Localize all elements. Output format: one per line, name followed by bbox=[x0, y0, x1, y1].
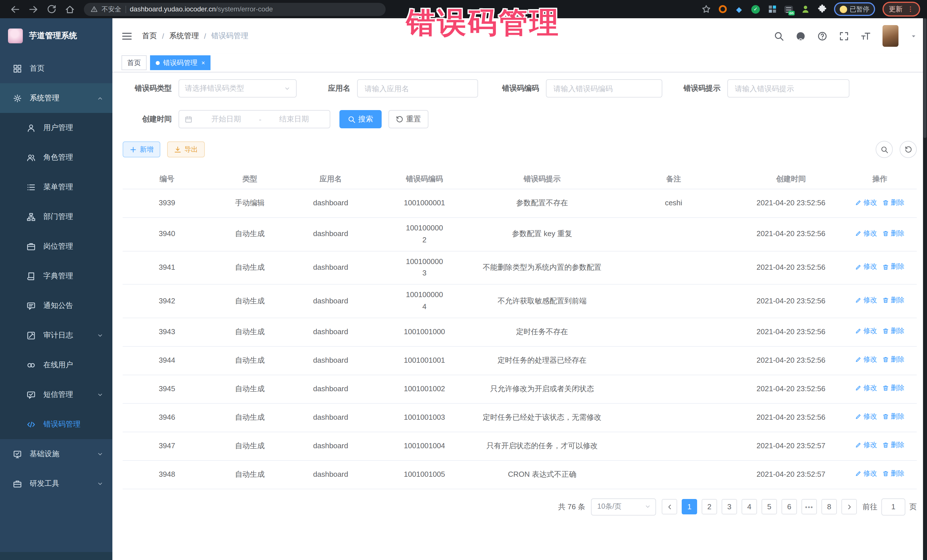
sidebar-item-0[interactable]: 首页 bbox=[0, 54, 112, 83]
page-button-3[interactable]: 3 bbox=[722, 499, 737, 514]
tab-error-code[interactable]: 错误码管理 × bbox=[150, 55, 211, 70]
fullscreen-icon[interactable] bbox=[839, 31, 849, 41]
edit-link[interactable]: 修改 bbox=[856, 228, 877, 239]
help-icon[interactable] bbox=[818, 31, 827, 41]
edit-link[interactable]: 修改 bbox=[856, 440, 877, 451]
app-name-input[interactable] bbox=[363, 83, 472, 93]
delete-link[interactable]: 删除 bbox=[883, 354, 904, 365]
list-on-extension-icon[interactable]: on bbox=[784, 5, 793, 14]
add-button[interactable]: 新增 bbox=[123, 141, 160, 157]
goto-page-input[interactable] bbox=[881, 498, 905, 516]
edit-link[interactable]: 修改 bbox=[856, 383, 877, 394]
caret-down-icon[interactable] bbox=[910, 33, 917, 39]
refresh-icon bbox=[904, 146, 912, 153]
reload-icon[interactable] bbox=[47, 4, 56, 14]
date-range-picker[interactable]: 开始日期 - 结束日期 bbox=[179, 110, 330, 128]
hamburger-icon[interactable] bbox=[122, 30, 132, 41]
page-button-6[interactable]: 6 bbox=[781, 499, 797, 514]
table-header-row: 编号 类型 应用名 错误码编码 错误码提示 备注 创建时间 操作 bbox=[123, 169, 917, 189]
delete-link[interactable]: 删除 bbox=[883, 383, 904, 394]
sidebar-item-4[interactable]: 菜单管理 bbox=[0, 172, 112, 202]
breadcrumb-home[interactable]: 首页 bbox=[142, 31, 157, 41]
previous-page-button[interactable] bbox=[662, 499, 677, 514]
delete-link[interactable]: 删除 bbox=[883, 326, 904, 337]
sidebar-item-11[interactable]: 短信管理 bbox=[0, 380, 112, 410]
sidebar-item-6[interactable]: 岗位管理 bbox=[0, 232, 112, 261]
blue-gem-extension-icon[interactable]: ◆ bbox=[734, 5, 744, 14]
sidebar-item-7[interactable]: 字典管理 bbox=[0, 261, 112, 291]
bookmark-star-icon[interactable] bbox=[701, 5, 711, 14]
sidebar-item-1[interactable]: 系统管理 bbox=[0, 83, 112, 113]
delete-link[interactable]: 删除 bbox=[883, 197, 904, 208]
sidebar-item-14[interactable]: 研发工具 bbox=[0, 469, 112, 498]
edit-link[interactable]: 修改 bbox=[856, 197, 877, 208]
delete-link[interactable]: 删除 bbox=[883, 440, 904, 451]
orange-ring-extension-icon[interactable] bbox=[718, 5, 727, 14]
edit-link[interactable]: 修改 bbox=[856, 295, 877, 306]
puzzle-extension-icon[interactable] bbox=[817, 5, 826, 14]
breadcrumb-system[interactable]: 系统管理 bbox=[169, 31, 199, 41]
edit-link[interactable]: 修改 bbox=[856, 411, 877, 422]
page-button-4[interactable]: 4 bbox=[742, 499, 757, 514]
blue-grid-extension-icon[interactable] bbox=[767, 5, 777, 14]
refresh-table-button[interactable] bbox=[900, 141, 917, 158]
export-button[interactable]: 导出 bbox=[167, 141, 205, 157]
paused-profile-badge[interactable]: 已暂停 bbox=[834, 2, 875, 16]
error-type-select[interactable]: 请选择错误码类型 bbox=[179, 79, 296, 97]
delete-link[interactable]: 删除 bbox=[883, 295, 904, 306]
green-agent-extension-icon[interactable] bbox=[801, 5, 810, 14]
url-text[interactable]: dashboard.yudao.iocoder.cn/system/error-… bbox=[130, 5, 273, 13]
search-button[interactable]: 搜索 bbox=[339, 110, 381, 128]
not-secure-label[interactable]: 不安全 bbox=[102, 5, 121, 14]
app-frame: 芋道管理系统 首页系统管理用户管理角色管理菜单管理部门管理岗位管理字典管理通知公… bbox=[0, 18, 927, 560]
browser-update-button[interactable]: 更新 bbox=[883, 2, 920, 17]
delete-link[interactable]: 删除 bbox=[883, 228, 904, 239]
page-button-5[interactable]: 5 bbox=[761, 499, 777, 514]
row-app: dashboard bbox=[288, 189, 373, 217]
delete-link[interactable]: 删除 bbox=[883, 261, 904, 272]
edit-link[interactable]: 修改 bbox=[856, 354, 877, 365]
sidebar-item-13[interactable]: 基础设施 bbox=[0, 439, 112, 469]
page-button-2[interactable]: 2 bbox=[702, 499, 717, 514]
sidebar-collapse-bar[interactable] bbox=[0, 552, 112, 560]
back-icon[interactable] bbox=[10, 4, 20, 14]
app-logo[interactable]: 芋道管理系统 bbox=[0, 18, 112, 54]
row-message: 不允许获取敏感配置到前端 bbox=[476, 284, 608, 318]
sidebar-item-9[interactable]: 审计日志 bbox=[0, 320, 112, 350]
delete-link[interactable]: 删除 bbox=[883, 411, 904, 422]
font-size-icon[interactable] bbox=[861, 31, 871, 41]
edit-link[interactable]: 修改 bbox=[856, 326, 877, 337]
sidebar-item-5[interactable]: 部门管理 bbox=[0, 202, 112, 232]
green-check-extension-icon[interactable]: ✓ bbox=[751, 5, 760, 14]
delete-link[interactable]: 删除 bbox=[883, 469, 904, 479]
not-secure-icon[interactable] bbox=[91, 6, 97, 12]
edit-link[interactable]: 修改 bbox=[856, 469, 877, 479]
tab-home[interactable]: 首页 bbox=[122, 55, 147, 70]
home-icon[interactable] bbox=[65, 4, 75, 14]
forward-icon[interactable] bbox=[29, 4, 38, 14]
github-icon[interactable] bbox=[796, 31, 805, 41]
tab-close-icon[interactable]: × bbox=[201, 59, 205, 66]
pager-ellipsis[interactable]: ••• bbox=[801, 499, 817, 514]
sidebar-item-2[interactable]: 用户管理 bbox=[0, 113, 112, 143]
address-bar[interactable]: 不安全 dashboard.yudao.iocoder.cn/system/er… bbox=[84, 3, 386, 16]
error-code-input[interactable] bbox=[552, 83, 656, 93]
sidebar-item-8[interactable]: 通知公告 bbox=[0, 291, 112, 320]
search-icon[interactable] bbox=[774, 31, 784, 41]
trash-icon bbox=[883, 328, 889, 334]
sidebar-item-3[interactable]: 角色管理 bbox=[0, 143, 112, 172]
sidebar-item-10[interactable]: 在线用户 bbox=[0, 350, 112, 380]
scrollbar-thumb[interactable] bbox=[924, 18, 926, 138]
window-scrollbar[interactable] bbox=[923, 18, 927, 560]
error-message-input[interactable] bbox=[734, 83, 843, 93]
user-avatar[interactable] bbox=[883, 25, 898, 47]
toggle-search-button[interactable] bbox=[876, 141, 893, 158]
page-button-8[interactable]: 8 bbox=[821, 499, 837, 514]
edit-link[interactable]: 修改 bbox=[856, 261, 877, 272]
next-page-button[interactable] bbox=[842, 499, 857, 514]
sidebar-item-12[interactable]: 错误码管理 bbox=[0, 410, 112, 439]
page-size-select[interactable]: 10条/页 bbox=[591, 498, 656, 516]
page-button-1[interactable]: 1 bbox=[682, 499, 697, 514]
reset-button[interactable]: 重置 bbox=[389, 110, 429, 128]
browser-menu-icon[interactable] bbox=[907, 6, 914, 12]
